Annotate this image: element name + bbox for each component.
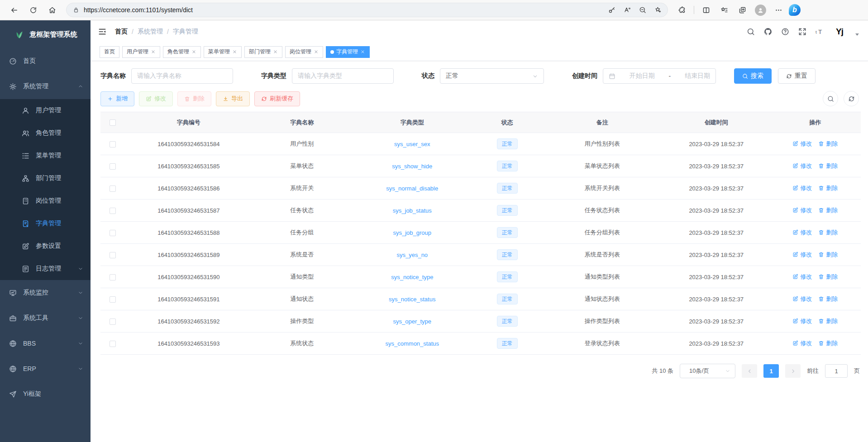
- github-icon[interactable]: [764, 28, 772, 36]
- tab-dept-admin[interactable]: 部门管理: [244, 46, 282, 58]
- row-checkbox[interactable]: [110, 230, 116, 236]
- breadcrumb-home[interactable]: 首页: [115, 28, 128, 36]
- search-icon[interactable]: [747, 28, 755, 36]
- row-edit-button[interactable]: 修改: [792, 140, 812, 148]
- close-tab-icon[interactable]: [273, 49, 278, 54]
- user-avatar[interactable]: Yj: [833, 25, 846, 38]
- export-button[interactable]: 导出: [216, 91, 250, 106]
- dict-type-input[interactable]: 请输入字典类型: [292, 68, 394, 84]
- sidebar-item-system-admin[interactable]: 系统管理: [0, 74, 91, 99]
- page-size-select[interactable]: 10条/页: [680, 364, 735, 378]
- refresh-cache-button[interactable]: 刷新缓存: [254, 91, 300, 106]
- row-edit-button[interactable]: 修改: [792, 184, 812, 192]
- dict-type-link[interactable]: sys_oper_type: [393, 318, 431, 325]
- row-edit-button[interactable]: 修改: [792, 295, 812, 303]
- row-edit-button[interactable]: 修改: [792, 206, 812, 214]
- avatar-dropdown-icon[interactable]: [855, 33, 859, 36]
- row-checkbox[interactable]: [110, 318, 116, 325]
- row-delete-button[interactable]: 删除: [818, 295, 838, 303]
- sidebar-item-user-admin[interactable]: 用户管理: [0, 99, 91, 122]
- row-checkbox[interactable]: [110, 252, 116, 258]
- sidebar-item-post-admin[interactable]: 岗位管理: [0, 190, 91, 212]
- search-circle-button[interactable]: [823, 91, 838, 106]
- favorite-add-icon[interactable]: [651, 3, 665, 17]
- zoom-out-icon[interactable]: [636, 3, 649, 17]
- row-delete-button[interactable]: 删除: [818, 273, 838, 281]
- row-delete-button[interactable]: 删除: [818, 206, 838, 214]
- fullscreen-icon[interactable]: [798, 28, 806, 36]
- sidebar-item-system-tools[interactable]: 系统工具: [0, 305, 91, 331]
- row-checkbox[interactable]: [110, 163, 116, 170]
- sidebar-item-menu-admin[interactable]: 菜单管理: [0, 144, 91, 167]
- home-icon[interactable]: [44, 2, 60, 18]
- row-edit-button[interactable]: 修改: [792, 228, 812, 237]
- reset-button[interactable]: 重置: [778, 68, 816, 84]
- row-delete-button[interactable]: 删除: [818, 184, 838, 192]
- row-edit-button[interactable]: 修改: [792, 317, 812, 325]
- split-screen-icon[interactable]: [698, 2, 714, 18]
- row-edit-button[interactable]: 修改: [792, 339, 812, 347]
- search-button[interactable]: 搜索: [734, 68, 772, 84]
- tab-dict-admin[interactable]: 字典管理: [326, 46, 370, 58]
- more-menu-icon[interactable]: [771, 2, 786, 18]
- url-text[interactable]: https://ccnetcore.com:1101/system/dict: [84, 6, 601, 14]
- sidebar-item-bbs[interactable]: BBS: [0, 331, 91, 356]
- dict-type-link[interactable]: sys_job_group: [393, 229, 431, 236]
- row-delete-button[interactable]: 删除: [818, 162, 838, 170]
- select-all-checkbox[interactable]: [110, 119, 116, 126]
- dict-type-link[interactable]: sys_show_hide: [392, 163, 432, 170]
- close-tab-icon[interactable]: [191, 49, 196, 54]
- bing-chat-icon[interactable]: b: [789, 4, 801, 16]
- font-size-icon[interactable]: tT: [816, 28, 824, 36]
- tab-home[interactable]: 首页: [100, 46, 119, 58]
- tab-user-admin[interactable]: 用户管理: [122, 46, 160, 58]
- sidebar-item-role-admin[interactable]: 角色管理: [0, 122, 91, 144]
- current-page-button[interactable]: 1: [763, 364, 779, 378]
- row-checkbox[interactable]: [110, 141, 116, 147]
- row-edit-button[interactable]: 修改: [792, 251, 812, 259]
- sidebar-item-home[interactable]: 首页: [0, 48, 91, 74]
- sidebar-item-erp[interactable]: ERP: [0, 356, 91, 381]
- sidebar-item-log-admin[interactable]: 日志管理: [0, 257, 91, 280]
- tab-post-admin[interactable]: 岗位管理: [285, 46, 323, 58]
- row-edit-button[interactable]: 修改: [792, 162, 812, 170]
- tab-role-admin[interactable]: 角色管理: [163, 46, 201, 58]
- dict-type-link[interactable]: sys_notice_type: [391, 274, 433, 280]
- dict-type-link[interactable]: sys_common_status: [386, 340, 439, 347]
- extensions-icon[interactable]: [674, 2, 690, 18]
- reload-icon[interactable]: [25, 2, 41, 18]
- close-tab-icon[interactable]: [360, 49, 365, 54]
- sidebar-item-system-monitor[interactable]: 系统监控: [0, 280, 91, 305]
- row-edit-button[interactable]: 修改: [792, 273, 812, 281]
- row-delete-button[interactable]: 删除: [818, 317, 838, 325]
- back-icon[interactable]: [6, 2, 22, 18]
- tab-menu-admin[interactable]: 菜单管理: [204, 46, 242, 58]
- status-select[interactable]: 正常: [440, 68, 544, 84]
- breadcrumb-system[interactable]: 系统管理: [138, 28, 163, 36]
- add-button[interactable]: 新增: [100, 91, 134, 106]
- goto-page-input[interactable]: [825, 364, 848, 378]
- next-page-button[interactable]: [785, 364, 801, 378]
- close-tab-icon[interactable]: [232, 49, 237, 54]
- dict-type-link[interactable]: sys_job_status: [393, 207, 432, 214]
- question-icon[interactable]: [781, 28, 789, 36]
- refresh-circle-button[interactable]: [844, 91, 859, 106]
- row-checkbox[interactable]: [110, 208, 116, 214]
- date-range-picker[interactable]: 开始日期 - 结束日期: [603, 68, 716, 84]
- prev-page-button[interactable]: [742, 364, 757, 378]
- row-checkbox[interactable]: [110, 296, 116, 303]
- dict-name-input[interactable]: 请输入字典名称: [131, 68, 233, 84]
- address-bar[interactable]: https://ccnetcore.com:1101/system/dict: [66, 3, 668, 17]
- profile-avatar-icon[interactable]: [753, 2, 768, 18]
- dict-type-link[interactable]: sys_normal_disable: [386, 185, 438, 192]
- sidebar-item-param-settings[interactable]: 参数设置: [0, 235, 91, 257]
- delete-button[interactable]: 删除: [177, 91, 211, 106]
- sidebar-fold-icon[interactable]: [98, 27, 107, 36]
- sidebar-item-dict-admin[interactable]: 字典管理: [0, 212, 91, 235]
- row-delete-button[interactable]: 删除: [818, 228, 838, 237]
- dict-type-link[interactable]: sys_notice_status: [389, 296, 435, 303]
- row-checkbox[interactable]: [110, 341, 116, 347]
- sidebar-item-yi-framework[interactable]: Yi框架: [0, 381, 91, 407]
- row-delete-button[interactable]: 删除: [818, 140, 838, 148]
- collections-icon[interactable]: [734, 2, 750, 18]
